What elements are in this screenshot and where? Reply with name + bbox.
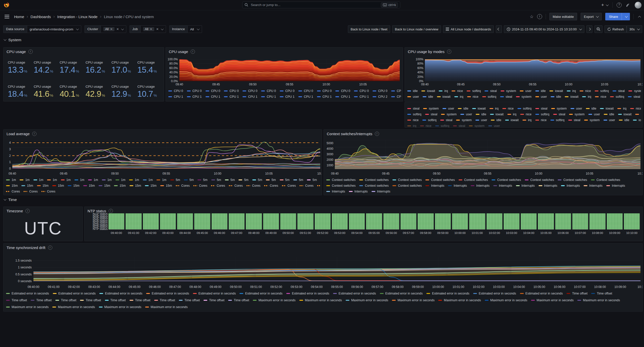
- legend-item[interactable]: Estimated error in seconds: [53, 290, 96, 296]
- legend-item[interactable]: steal: [440, 117, 452, 122]
- legend-item[interactable]: Estimated error in seconds: [193, 290, 236, 296]
- legend-item[interactable]: 15m: [21, 183, 33, 188]
- legend-item[interactable]: 5m: [307, 177, 317, 182]
- help-icon[interactable]: ?: [617, 3, 622, 8]
- remove-icon[interactable]: ✕: [110, 27, 113, 31]
- legend-item[interactable]: Interrupts: [448, 183, 467, 188]
- legend-item[interactable]: system: [501, 88, 516, 93]
- legend-item[interactable]: idle: [619, 117, 629, 122]
- legend-item[interactable]: idle: [476, 112, 486, 117]
- legend-item[interactable]: iowait: [472, 106, 486, 111]
- legend-item[interactable]: system: [584, 117, 600, 122]
- legend-item[interactable]: Time offset: [591, 290, 612, 296]
- legend-item[interactable]: Maximum error in seconds: [485, 297, 527, 303]
- legend-item[interactable]: Cores: [264, 183, 278, 188]
- legend-item[interactable]: nice: [467, 94, 478, 99]
- legend-item[interactable]: irq: [522, 117, 532, 122]
- legend-item[interactable]: Interrupts: [584, 183, 602, 188]
- legend-item[interactable]: CPU 0: [168, 88, 183, 93]
- legend-item[interactable]: nice: [580, 88, 591, 93]
- legend-item[interactable]: 1m: [47, 177, 57, 182]
- legend-item[interactable]: iowait: [565, 94, 578, 99]
- legend-item[interactable]: CPU 1: [206, 94, 220, 99]
- legend-item[interactable]: Context switches: [392, 183, 422, 188]
- time-range-forward-button[interactable]: [586, 25, 592, 33]
- legend-item[interactable]: irq: [567, 88, 576, 93]
- legend-item[interactable]: irq: [454, 94, 463, 99]
- legend-item[interactable]: iowait: [618, 112, 632, 117]
- legend-item[interactable]: softirq: [407, 112, 421, 117]
- legend-item[interactable]: Context switches: [591, 177, 620, 182]
- refresh-button[interactable]: Refresh: [605, 25, 627, 33]
- legend-item[interactable]: Cores: [6, 189, 20, 194]
- breadcrumb-folder[interactable]: Integration - Linux Node: [57, 15, 98, 19]
- legend-item[interactable]: Maximum error in seconds: [52, 304, 95, 310]
- legend-item[interactable]: Time offset: [130, 297, 150, 303]
- legend-item[interactable]: user: [588, 112, 600, 117]
- legend-item[interactable]: 1m: [6, 177, 16, 182]
- legend-item[interactable]: 15m: [37, 183, 49, 188]
- legend-item[interactable]: idle: [586, 106, 596, 111]
- legend-item[interactable]: CPU 1: [187, 94, 202, 99]
- legend-item[interactable]: user: [488, 123, 500, 128]
- legend-item[interactable]: idle: [407, 88, 418, 93]
- legend-item[interactable]: nice: [535, 117, 547, 122]
- legend-item[interactable]: softirq: [610, 94, 624, 99]
- legend-item[interactable]: 5m: [170, 177, 180, 182]
- collapse-header-icon[interactable]: [638, 16, 641, 19]
- legend-item[interactable]: CPU 1: [224, 94, 239, 99]
- instance-value[interactable]: All: [190, 27, 194, 31]
- legend-item[interactable]: idle: [458, 106, 468, 111]
- legend-item[interactable]: CPU 0: [206, 88, 220, 93]
- time-range-back-button[interactable]: [496, 25, 502, 33]
- legend-item[interactable]: CPU 1: [168, 94, 183, 99]
- legend-item[interactable]: Cores: [317, 183, 320, 188]
- legend-item[interactable]: idle: [535, 88, 546, 93]
- make-editable-button[interactable]: Make editable: [549, 13, 577, 20]
- legend-item[interactable]: Cores: [24, 189, 37, 194]
- legend-item[interactable]: Cores: [247, 183, 260, 188]
- legend-item[interactable]: Maximum error in seconds: [438, 297, 481, 303]
- legend-item[interactable]: Estimated error in seconds: [380, 290, 423, 296]
- legend-item[interactable]: nice: [520, 112, 532, 117]
- legend-item[interactable]: 15m: [160, 183, 172, 188]
- panel-title[interactable]: Time synchronized drift: [7, 245, 46, 250]
- legend-item[interactable]: Interrupts: [326, 189, 345, 194]
- legend-item[interactable]: system: [423, 106, 439, 111]
- legend-item[interactable]: Time offset: [6, 297, 27, 303]
- legend-item[interactable]: user: [475, 117, 487, 122]
- info-icon[interactable]: i: [28, 49, 33, 54]
- legend-item[interactable]: Cores: [229, 183, 243, 188]
- legend-item[interactable]: softirq: [422, 117, 436, 122]
- info-icon[interactable]: i: [191, 49, 195, 54]
- legend-item[interactable]: system: [628, 88, 641, 93]
- legend-item[interactable]: CPU 1: [298, 94, 313, 99]
- breadcrumb-dashboards[interactable]: Dashboards: [30, 15, 51, 19]
- legend-item[interactable]: Time offset: [228, 297, 249, 303]
- legend-item[interactable]: system: [441, 112, 457, 117]
- legend-item[interactable]: Interrupts: [372, 189, 390, 194]
- legend-item[interactable]: Estimated error in seconds: [520, 290, 563, 296]
- grafana-logo[interactable]: [3, 2, 10, 9]
- legend-item[interactable]: idle: [491, 117, 501, 122]
- legend-item[interactable]: irq: [490, 106, 499, 111]
- legend-item[interactable]: steal: [553, 112, 565, 117]
- legend-item[interactable]: Maximum error in seconds: [299, 297, 342, 303]
- legend-item[interactable]: CPU 0: [373, 88, 387, 93]
- datasource-value[interactable]: grafanacloud-rmtesting-prom: [30, 27, 73, 31]
- legend-item[interactable]: Time offset: [179, 297, 200, 303]
- panel-title[interactable]: Load average: [7, 132, 30, 136]
- legend-item[interactable]: steal: [453, 123, 465, 128]
- legend-item[interactable]: CPU 1: [280, 94, 295, 99]
- legend-item[interactable]: iowait: [421, 88, 435, 93]
- legend-item[interactable]: iowait: [633, 117, 641, 122]
- legend-item[interactable]: Time offset: [105, 297, 126, 303]
- info-icon[interactable]: i: [375, 132, 379, 136]
- clear-icon[interactable]: ✕: [156, 27, 159, 31]
- breadcrumb-home[interactable]: Home: [14, 15, 24, 19]
- legend-item[interactable]: 5m: [266, 177, 276, 182]
- job-filter[interactable]: Job All✕✕: [130, 25, 166, 33]
- legend-item[interactable]: idle: [423, 94, 433, 99]
- info-icon[interactable]: i: [447, 49, 451, 54]
- legend-item[interactable]: 5m: [197, 177, 207, 182]
